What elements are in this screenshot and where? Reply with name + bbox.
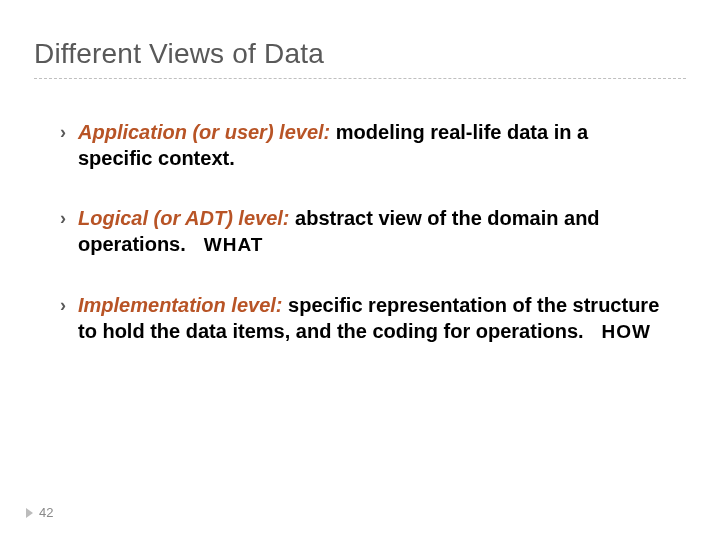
bullet-item: › Logical (or ADT) level: abstract view … bbox=[60, 205, 666, 258]
bullet-item: › Application (or user) level: modeling … bbox=[60, 119, 666, 171]
play-icon bbox=[26, 508, 33, 518]
bullet-emph: Logical (or ADT) level: bbox=[78, 207, 290, 229]
bullet-tag: HOW bbox=[602, 321, 651, 342]
slide-title: Different Views of Data bbox=[34, 38, 686, 79]
bullet-tag: WHAT bbox=[204, 234, 264, 255]
bullet-icon: › bbox=[60, 292, 66, 318]
footer: 42 bbox=[26, 505, 53, 520]
slide-content: › Application (or user) level: modeling … bbox=[34, 119, 686, 345]
bullet-emph: Implementation level: bbox=[78, 294, 283, 316]
bullet-item: › Implementation level: specific represe… bbox=[60, 292, 666, 345]
bullet-text: Logical (or ADT) level: abstract view of… bbox=[78, 205, 666, 258]
bullet-text: Application (or user) level: modeling re… bbox=[78, 119, 666, 171]
bullet-icon: › bbox=[60, 205, 66, 231]
bullet-text: Implementation level: specific represent… bbox=[78, 292, 666, 345]
page-number: 42 bbox=[39, 505, 53, 520]
bullet-icon: › bbox=[60, 119, 66, 145]
slide: Different Views of Data › Application (o… bbox=[0, 0, 720, 540]
bullet-emph: Application (or user) level: bbox=[78, 121, 330, 143]
